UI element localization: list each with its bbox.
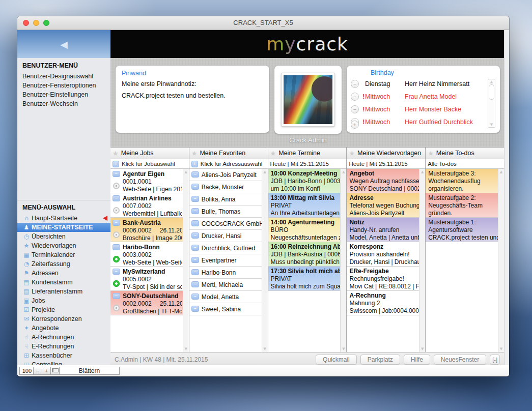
followup-item[interactable]: Angebot Wegen Auftrag nachfassen SONY-De… — [347, 169, 425, 193]
sidebar-menu-item[interactable]: ⚑ Adressen — [17, 269, 110, 278]
job-item[interactable]: Haribo-Bonn 0003.0002 Web-Seite | Web-Se… — [110, 242, 189, 267]
remove-job-button[interactable] — [113, 269, 120, 275]
scroll-up-icon[interactable]: ▲ — [498, 170, 504, 174]
favorite-item[interactable]: Aliens-Jois Partyzelt — [189, 169, 268, 181]
followup-item[interactable]: Adresse Telefonat wegen Buchung Aliens-J… — [347, 193, 425, 218]
footer-button[interactable]: Parkplatz — [360, 355, 400, 365]
followup-item[interactable]: A-Rechnung Mahnung 2 Swisscom | Job:0004… — [347, 291, 425, 315]
sidebar-menu-item[interactable]: ◔ Zeiterfassung — [17, 259, 110, 269]
sidebar-menu-item[interactable]: ☑ Projekte — [17, 305, 110, 314]
birthday-row[interactable]: ! Mittwoch Frau Anetta Model — [351, 90, 495, 103]
remove-favorite-button[interactable] — [191, 293, 199, 300]
birthday-row[interactable]: ! Mittwoch Herr Gutfried Durchblick — [351, 115, 495, 128]
todos-scrollbar[interactable]: ▲▼ — [498, 169, 504, 352]
scroll-up-icon[interactable]: ▲ — [183, 170, 189, 174]
job-item[interactable]: Bank-Austria 0006.000226.11.2015 Broschü… — [110, 218, 189, 242]
remove-favorite-button[interactable] — [191, 281, 199, 287]
profile-photo-card[interactable] — [274, 66, 342, 134]
pinboard-card[interactable]: Pinwand Meine erste Pinwandnotiz: CRACK.… — [116, 66, 269, 133]
job-item[interactable]: MySwitzerland 0005.0002 TV-Spot | Ski in… — [110, 267, 189, 291]
favorites-subheader[interactable]: Klick für Adressauswahl — [189, 159, 268, 169]
job-status-radio[interactable] — [113, 231, 120, 238]
birthday-row[interactable]: Dienstag Herr Heinz Nimmersatt — [351, 77, 495, 90]
remove-favorite-button[interactable] — [191, 220, 199, 226]
remove-job-button[interactable] — [113, 171, 120, 177]
todo-item[interactable]: Musteraufgabe 2: Neugeschäfts-Team gründ… — [426, 193, 504, 218]
back-arrow-icon[interactable]: ◀ — [60, 39, 68, 50]
scroll-down-icon[interactable]: ▼ — [419, 347, 425, 351]
remove-job-button[interactable] — [113, 220, 120, 226]
sidebar-menu-item[interactable]: ♟ MEINE-STARTSEITE — [17, 223, 110, 232]
benutzer-menu-item[interactable]: Benutzer-Fensteroptionen — [17, 81, 110, 90]
remove-job-button[interactable] — [113, 244, 120, 250]
remove-favorite-button[interactable] — [191, 196, 199, 202]
benutzer-menu-item[interactable]: Benutzer-Designauswahl — [17, 72, 110, 81]
birthday-title-link[interactable]: Birthday — [371, 69, 495, 76]
todo-item[interactable]: Musteraufgabe 3: Wochenendausflug organi… — [426, 169, 504, 193]
sidebar-menu-item[interactable]: ⌂ Haupt-Startseite — [17, 214, 110, 223]
birthday-scrollbar[interactable]: ▲ ▼ — [488, 79, 495, 128]
close-window-button[interactable] — [23, 20, 29, 26]
remove-favorite-button[interactable] — [191, 257, 199, 263]
add-birthday-button[interactable] — [351, 121, 359, 129]
minimize-window-button[interactable] — [33, 20, 39, 26]
favorite-item[interactable]: Mertl, Michaela — [189, 279, 268, 291]
favorite-item[interactable]: Bulle, Thomas — [189, 206, 268, 218]
scroll-up-icon[interactable]: ▲ — [488, 80, 495, 84]
favorite-item[interactable]: Haribo-Bonn — [189, 267, 268, 279]
followup-item[interactable]: ERe-Freigabe Rechnungsfreigabe! Movi Cat… — [347, 267, 425, 291]
appointments-scrollbar[interactable]: ▲▼ — [340, 169, 346, 352]
zoom-window-button[interactable] — [43, 20, 49, 26]
followup-item[interactable]: Korresponz Provision aushandeln! Drucker… — [347, 242, 425, 267]
followups-subheader[interactable]: Heute | Mit 25.11.2015 — [347, 159, 425, 169]
appointment-item[interactable]: 14:00 Agenturmeeting BÜRO Neugeschäftsun… — [268, 218, 347, 242]
favorite-item[interactable]: Bolika, Anna — [189, 193, 268, 206]
scrollbar-thumb[interactable] — [489, 84, 494, 100]
job-item[interactable]: Austrian Airlines 0007.0002 Werbemittel … — [110, 193, 189, 218]
scroll-up-icon[interactable]: ▲ — [419, 170, 425, 174]
remove-job-button[interactable] — [113, 293, 120, 299]
mode-selector[interactable]: Blättern — [60, 367, 120, 375]
sidebar-menu-item[interactable]: ▤ Lieferantenstamm — [17, 287, 110, 296]
scroll-up-icon[interactable]: ▲ — [262, 170, 268, 174]
sidebar-menu-item[interactable]: ◷ Übersichten — [17, 232, 110, 241]
remove-favorite-button[interactable] — [191, 306, 199, 312]
birthday-row[interactable]: ! Mittwoch Herr Monster Backe — [351, 103, 495, 115]
window-titlebar[interactable]: CRACK_START_X5 — [17, 16, 509, 30]
benutzer-menu-item[interactable]: Benutzer-Wechseln — [17, 99, 110, 108]
remove-favorite-button[interactable] — [191, 208, 199, 214]
add-job-button[interactable] — [113, 161, 119, 167]
job-item[interactable]: SONY-Deutschland 0002.000225.11.2015 Gro… — [110, 291, 189, 315]
sidebar-menu-item[interactable]: ▣ Jobs — [17, 296, 110, 305]
scroll-down-icon[interactable]: ▼ — [262, 347, 268, 351]
footer-button[interactable]: Hilfe — [404, 355, 430, 365]
sidebar-menu-item[interactable]: ✦ Angebote — [17, 324, 110, 333]
scroll-down-icon[interactable]: ▼ — [341, 347, 346, 351]
favorite-item[interactable]: Sweet, Sabina — [189, 303, 268, 315]
appointment-item[interactable]: 10:00 Konzept-Meeting JOB | Haribo-Bonn … — [268, 169, 347, 193]
scroll-up-icon[interactable]: ▲ — [341, 170, 346, 174]
favorite-item[interactable]: Eventpartner — [189, 254, 268, 267]
sidebar-menu-item[interactable]: ⊞ Kassenbücher — [17, 351, 110, 360]
appointments-subheader[interactable]: Heute | Mit 25.11.2015 — [268, 159, 347, 169]
todos-subheader[interactable]: Alle To-dos — [426, 159, 504, 169]
job-status-radio[interactable] — [113, 256, 120, 262]
sidebar-menu-item[interactable]: ▤ Kundenstamm — [17, 278, 110, 287]
sidebar-menu-item[interactable]: ☟ E-Rechnungen — [17, 342, 110, 351]
job-item[interactable]: Agentur Eigen 0001.0001 Web-Seite | Eige… — [110, 169, 189, 193]
sidebar-menu-item[interactable]: ☝ A-Rechnungen — [17, 333, 110, 342]
remove-job-button[interactable] — [113, 195, 120, 201]
favorites-scrollbar[interactable]: ▲▼ — [262, 169, 268, 352]
followups-scrollbar[interactable]: ▲▼ — [419, 169, 425, 352]
footer-button[interactable]: Quickmail — [316, 355, 357, 365]
zoom-out-button[interactable]: − — [34, 367, 42, 375]
job-status-radio[interactable] — [113, 207, 120, 214]
favorite-item[interactable]: Durchblick, Gutfried — [189, 242, 268, 254]
followup-item[interactable]: Notiz Handy-Nr. anrufen Model, Anetta | … — [347, 218, 425, 242]
benutzer-menu-item[interactable]: Benutzer-Einstellungen — [17, 90, 110, 99]
pinboard-title-link[interactable]: Pinwand — [122, 70, 263, 77]
remove-favorite-button[interactable] — [191, 269, 199, 275]
collapse-footer-button[interactable]: [-] — [490, 355, 500, 365]
add-favorite-button[interactable] — [191, 161, 198, 167]
sidebar-menu-item[interactable]: ✉ Korrespondenzen — [17, 314, 110, 324]
